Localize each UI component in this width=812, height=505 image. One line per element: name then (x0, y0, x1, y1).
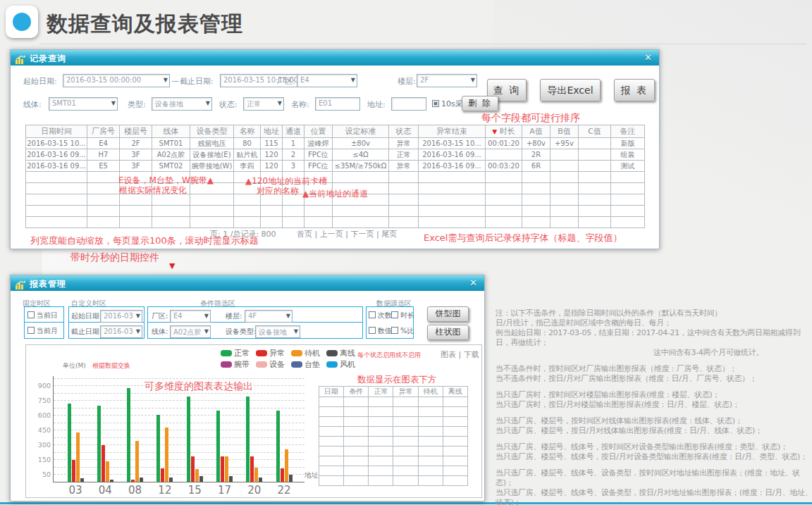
column-header[interactable]: 日期时间 (26, 125, 87, 138)
pager-link[interactable]: 上一页 (320, 230, 343, 239)
column-header[interactable]: 位置 (304, 125, 333, 138)
checkbox-icon[interactable] (391, 327, 398, 334)
checkbox-icon[interactable] (369, 327, 376, 334)
table-row[interactable]: 2016-03-16 09...H73FA02点胶设备接地(E)贴片机1202F… (26, 149, 645, 161)
legend-item[interactable]: 离线 (326, 348, 355, 359)
column-header[interactable]: C值 (579, 125, 611, 138)
title-divider (39, 44, 806, 44)
pager-nav[interactable]: 首页 | 上一页 | 下一页 | 尾页 (297, 229, 397, 239)
note-line: 当只选厂房、楼层号，按日/月对线体输出图形报表(维度：日/月、线体、状态)； (496, 426, 812, 436)
line-select[interactable]: SMT01▼ (49, 97, 118, 111)
address-input[interactable] (391, 97, 426, 111)
checkbox-icon[interactable] (27, 327, 35, 334)
report-end-picker[interactable]: 2016-03-25▼ (100, 325, 142, 338)
chevron-down-icon[interactable]: ▼ (204, 328, 209, 335)
y-unit-label: 单位(M) (63, 361, 86, 370)
legend-item[interactable]: 台垫 (291, 359, 320, 370)
export-excel-button[interactable]: 导出Excel (540, 79, 601, 101)
chevron-down-icon[interactable]: ▼ (136, 313, 140, 319)
chevron-down-icon[interactable]: ▼ (136, 328, 140, 335)
legend-item[interactable]: 异常 (256, 348, 285, 359)
percent-checkbox[interactable]: %比 (391, 326, 414, 336)
current-month-checkbox[interactable]: 当前月 (27, 326, 58, 336)
chevron-down-icon[interactable]: ▼ (204, 313, 209, 319)
column-header[interactable]: 状态 (389, 125, 419, 138)
r-floor-select[interactable]: 4F▼ (245, 310, 293, 323)
close-icon[interactable]: ✕ (469, 278, 477, 288)
chart-icon (16, 279, 26, 292)
legend-item[interactable]: 腕带 (221, 359, 250, 370)
r-line-select[interactable]: A02点胶▼ (170, 325, 211, 338)
pager-link[interactable]: 下一页 (350, 230, 374, 239)
column-header[interactable]: 线体 (152, 125, 190, 138)
name-input[interactable]: E01 (315, 97, 360, 111)
chart-download-links[interactable]: 图表 | 下载 (441, 349, 479, 360)
type-select[interactable]: 设备接地▼ (152, 97, 212, 111)
checkbox-icon[interactable] (391, 311, 398, 318)
column-header[interactable]: 设定标准 (333, 125, 389, 138)
chevron-down-icon[interactable]: ▼ (286, 313, 290, 319)
chevron-down-icon[interactable]: ▼ (471, 77, 475, 83)
column-header[interactable]: ▼ 时长 (486, 125, 522, 138)
count-checkbox[interactable]: 次数 (369, 311, 392, 320)
bar-chart-button[interactable]: 柱状图 (427, 325, 469, 340)
chevron-down-icon[interactable]: ▼ (111, 100, 116, 106)
legend-row-status: 正常异常待机离线 (221, 348, 355, 359)
legend-item[interactable]: 正常 (221, 348, 250, 359)
legend-item[interactable]: 风机 (326, 359, 355, 370)
chart-link[interactable]: 下载 (464, 350, 479, 359)
chevron-down-icon[interactable]: ▼ (164, 77, 168, 83)
legend-annotation: 每个状态启用或不启用 (357, 351, 421, 360)
legend-item[interactable]: 待机 (291, 348, 320, 359)
bar-离线 (229, 476, 233, 482)
column-header[interactable]: 设备类型 (190, 125, 234, 138)
checkbox-icon[interactable] (369, 311, 376, 318)
bar-异常 (221, 456, 224, 482)
floor-select[interactable]: 2F▼ (417, 74, 477, 87)
pie-chart-button[interactable]: 饼型图 (427, 306, 469, 322)
chart-link[interactable]: 图表 (441, 350, 456, 359)
start-date-picker[interactable]: 2016-03-15 00:00:00▼ (63, 74, 170, 87)
column-header[interactable]: 楼层号 (120, 125, 152, 138)
current-day-checkbox[interactable]: 当前日 (27, 311, 58, 320)
legend-swatch-icon (291, 350, 302, 356)
pager-link[interactable]: 尾页 (381, 230, 397, 239)
column-header[interactable]: 厂房号 (87, 125, 120, 138)
column-header: 正常 (369, 387, 393, 397)
column-header[interactable]: 名称 (234, 125, 261, 138)
column-header[interactable]: A值 (522, 125, 550, 138)
chevron-down-icon[interactable]: ▼ (278, 100, 282, 106)
end-date-label: 截止日期: (180, 76, 214, 87)
record-query-titlebar[interactable]: 记录查询 ✕ (11, 50, 659, 66)
report-button[interactable]: 报 表 (614, 79, 655, 101)
pager-link[interactable]: 首页 (297, 230, 312, 239)
checkbox-icon[interactable] (432, 100, 439, 107)
column-header[interactable]: 备注 (611, 125, 645, 138)
report-data-table: 日期条件正常异常待机离线 (319, 386, 468, 486)
duration-checkbox[interactable]: 时长 (391, 311, 414, 320)
legend-item[interactable]: 设备 (256, 359, 285, 370)
column-header[interactable]: 通道 (283, 125, 304, 138)
chevron-down-icon[interactable]: ▼ (351, 77, 355, 83)
chevron-down-icon[interactable]: ▼ (294, 328, 298, 335)
gridline (54, 437, 304, 438)
r-factory-select[interactable]: E4▼ (170, 310, 211, 323)
report-management-titlebar[interactable]: 报表管理 ✕ (11, 275, 484, 291)
table-row[interactable]: 2016-03-15 10...E42FSMT01残留电压801151波峰焊±8… (26, 138, 645, 149)
column-header[interactable]: 异常结束 (419, 125, 486, 138)
status-select[interactable]: 正常▼ (243, 97, 284, 111)
close-icon[interactable]: ✕ (644, 52, 652, 63)
sort-desc-icon[interactable]: ▼ (492, 128, 497, 135)
checkbox-icon[interactable] (27, 311, 35, 318)
column-header[interactable]: B值 (550, 125, 579, 138)
delete-button[interactable]: 删 除 (462, 96, 498, 111)
value-checkbox[interactable]: 数值 (369, 326, 392, 336)
factory-select[interactable]: E4▼ (297, 74, 357, 87)
bar-正常 (68, 404, 71, 482)
column-header[interactable]: 地址 (261, 125, 283, 138)
chevron-down-icon[interactable]: ▼ (206, 100, 210, 106)
report-start-picker[interactable]: 2016-03-15▼ (100, 310, 142, 323)
table-row[interactable]: 2016-03-16 09...E53FSMT02腕带接地(W)李四1203FP… (26, 161, 645, 172)
r-devtype-select[interactable]: 设备接地▼ (255, 325, 300, 338)
note-block: 当只选厂房时，按时间区对楼层输出图形报表(维度：楼层、状态)；当只选厂房时，按日… (496, 390, 812, 410)
